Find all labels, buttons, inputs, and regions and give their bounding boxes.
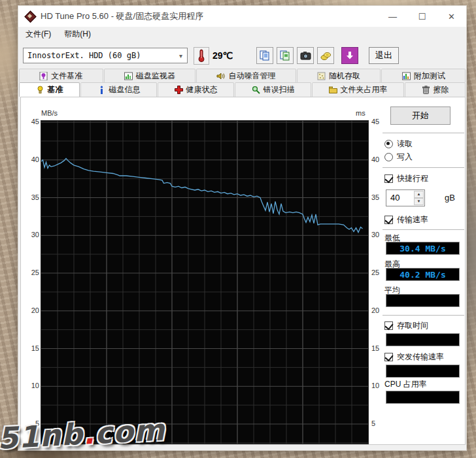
speaker-icon: [216, 72, 225, 80]
file-benchmark-icon: [39, 72, 48, 80]
start-button[interactable]: 开始: [390, 106, 450, 125]
tab-strip-bottom: 基准 磁盘信息 健康状态 错误扫描 文件夹占用率 擦除: [19, 82, 466, 97]
benchmark-chart: [41, 121, 368, 444]
donate-button[interactable]: [317, 47, 334, 64]
checkbox-short-stroke-label: 快捷行程: [397, 173, 428, 184]
separator: [382, 133, 464, 133]
drive-select[interactable]: InnostorExt. HDD (60 gB) ▾: [23, 48, 188, 63]
save-results-button[interactable]: [341, 47, 358, 64]
checkbox-transfer-rate-control[interactable]: [384, 216, 393, 224]
camera-icon: [300, 51, 311, 60]
separator: [382, 229, 464, 230]
cpu-usage-display: [386, 391, 460, 404]
info-icon: [97, 86, 106, 94]
tab-label: 随机存取: [329, 71, 360, 82]
benchmark-bulb-icon: [36, 86, 44, 94]
checkbox-short-stroke-control[interactable]: [384, 174, 393, 183]
radio-write[interactable]: 写入: [384, 152, 413, 163]
donate-coins-icon: [320, 51, 332, 61]
benchmark-page: MB/s ms 45403530252015105 45403530252015…: [20, 97, 466, 445]
tab-label: 附加测试: [414, 71, 445, 82]
menu-file[interactable]: 文件(F): [20, 27, 57, 41]
minimize-button[interactable]: —: [378, 6, 407, 27]
short-stroke-size-stepper[interactable]: 40 ▲ ▼: [386, 189, 425, 206]
radio-write-label: 写入: [397, 152, 413, 163]
checkbox-access-time-label: 存取时间: [397, 320, 428, 331]
disk-monitor-icon: [124, 72, 133, 80]
tab-erase[interactable]: 擦除: [405, 82, 466, 97]
health-cross-icon: [175, 86, 183, 94]
tab-folder-usage[interactable]: 文件夹占用率: [312, 82, 404, 97]
access-time-display: [386, 333, 460, 346]
separator: [382, 167, 464, 168]
min-value-display: 30.4 MB/s: [386, 242, 460, 255]
benchmark-plot: [41, 120, 369, 444]
checkbox-short-stroke[interactable]: 快捷行程: [384, 173, 428, 184]
tab-label: 基准: [48, 84, 63, 95]
tab-label: 磁盘监视器: [136, 71, 175, 82]
y-tick-label: 20: [22, 306, 39, 315]
radio-read-control[interactable]: [384, 140, 393, 148]
y-tick-label: 35: [22, 193, 39, 202]
tab-label: 文件夹占用率: [341, 84, 388, 95]
y-axis-unit-right: ms: [356, 109, 366, 117]
checkbox-transfer-rate[interactable]: 传输速率: [384, 214, 428, 225]
maximize-button[interactable]: ☐: [407, 6, 437, 27]
tab-label: 磁盘信息: [109, 84, 141, 95]
short-stroke-size-value: 40: [390, 193, 400, 203]
copy-image-button[interactable]: [277, 47, 294, 64]
tab-label: 自动噪音管理: [228, 71, 275, 82]
checkbox-access-time[interactable]: 存取时间: [384, 320, 428, 331]
tab-extra-tests[interactable]: 附加测试: [381, 69, 466, 82]
tab-benchmark[interactable]: 基准: [19, 82, 80, 97]
toolbar: InnostorExt. HDD (60 gB) ▾ 29℃: [18, 42, 466, 69]
title-bar: HD Tune Pro 5.60 - 硬盘/固态硬盘实用程序 — ☐ ✕: [18, 6, 466, 27]
tab-label: 文件基准: [51, 71, 82, 82]
max-value-display: 40.2 MB/s: [386, 268, 460, 281]
y-axis-unit-left: MB/s: [41, 109, 58, 117]
close-button[interactable]: ✕: [437, 6, 466, 27]
checkbox-burst-rate[interactable]: 突发传输速率: [384, 352, 444, 363]
radio-read[interactable]: 读取: [384, 139, 413, 150]
tab-disk-monitor[interactable]: 磁盘监视器: [104, 69, 196, 82]
cpu-usage-label: CPU 占用率: [384, 379, 427, 390]
copy-image-icon: [280, 50, 290, 61]
separator: [382, 315, 464, 316]
watermark-suffix: com: [94, 412, 166, 451]
checkbox-transfer-rate-label: 传输速率: [397, 214, 428, 225]
tab-health[interactable]: 健康状态: [158, 82, 234, 97]
tab-label: 错误扫描: [264, 84, 295, 95]
window-title: HD Tune Pro 5.60 - 硬盘/固态硬盘实用程序: [41, 10, 203, 22]
copy-text-button[interactable]: [256, 47, 273, 64]
y-tick-label: 15: [22, 344, 39, 353]
extra-tests-icon: [402, 72, 411, 80]
y-tick-label: 40: [22, 155, 39, 164]
temperature-button[interactable]: [194, 47, 209, 65]
checkbox-access-time-control[interactable]: [384, 321, 393, 330]
watermark-prefix: 51nb: [0, 417, 84, 456]
tab-disk-info[interactable]: 磁盘信息: [80, 82, 157, 97]
screenshot-button[interactable]: [297, 47, 314, 64]
menu-help[interactable]: 帮助(H): [58, 27, 97, 41]
stepper-down-icon[interactable]: ▼: [414, 198, 424, 205]
thermometer-icon: [197, 49, 205, 62]
y-tick-label: 20: [371, 306, 388, 315]
y-tick-label: 30: [22, 230, 39, 239]
trash-icon: [422, 86, 430, 94]
tab-aam[interactable]: 自动噪音管理: [196, 69, 296, 82]
tab-error-scan[interactable]: 错误扫描: [235, 82, 311, 97]
radio-write-control[interactable]: [384, 153, 393, 161]
stepper-up-icon[interactable]: ▲: [414, 191, 424, 198]
checkbox-burst-rate-control[interactable]: [384, 353, 393, 361]
drive-select-value: InnostorExt. HDD (60 gB): [24, 51, 141, 60]
tab-file-benchmark[interactable]: 文件基准: [19, 69, 103, 82]
y-tick-label: 45: [371, 117, 388, 126]
error-scan-magnifier-icon: [252, 86, 260, 94]
folder-icon: [329, 86, 337, 94]
app-window: HD Tune Pro 5.60 - 硬盘/固态硬盘实用程序 — ☐ ✕ 文件(…: [18, 5, 467, 451]
tab-random-access[interactable]: 随机存取: [297, 69, 381, 82]
y-tick-label: 25: [22, 268, 39, 277]
exit-button[interactable]: 退出: [369, 47, 399, 64]
y-tick-label: 10: [22, 381, 39, 390]
tab-label: 健康状态: [186, 84, 218, 95]
